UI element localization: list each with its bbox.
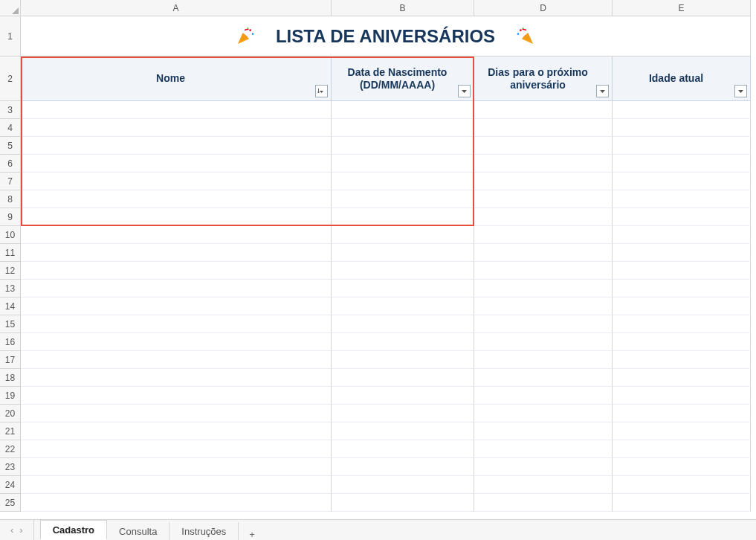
- cell[interactable]: [613, 387, 751, 405]
- row-header-15[interactable]: 15: [0, 315, 21, 333]
- cell[interactable]: [21, 315, 332, 333]
- cell[interactable]: [613, 137, 751, 155]
- row-header-21[interactable]: 21: [0, 422, 21, 440]
- sheet-tab-consulta[interactable]: Consulta: [107, 522, 169, 540]
- cell[interactable]: [474, 119, 613, 137]
- filter-button-dias[interactable]: [596, 85, 609, 97]
- cell[interactable]: [613, 369, 751, 387]
- cell[interactable]: [21, 119, 332, 137]
- cell[interactable]: [474, 333, 613, 351]
- tab-nav-prev[interactable]: ‹: [10, 524, 13, 536]
- row-header-11[interactable]: 11: [0, 244, 21, 262]
- cell[interactable]: [332, 440, 474, 458]
- column-header-data-nascimento[interactable]: Data de Nascimento (DD/MM/AAAA): [332, 57, 474, 101]
- sheet-tab-instrucoes[interactable]: Instruções: [169, 522, 239, 540]
- cell[interactable]: [21, 190, 332, 208]
- cell[interactable]: [613, 405, 751, 422]
- col-header-D[interactable]: D: [474, 0, 613, 16]
- cell[interactable]: [332, 137, 474, 155]
- tab-nav-next[interactable]: ›: [19, 524, 22, 536]
- cell[interactable]: [21, 155, 332, 173]
- cell[interactable]: [474, 173, 613, 190]
- cell[interactable]: [21, 422, 332, 440]
- cell[interactable]: [332, 405, 474, 422]
- cell[interactable]: [474, 262, 613, 280]
- cell[interactable]: [613, 298, 751, 315]
- cell[interactable]: [332, 369, 474, 387]
- cell[interactable]: [474, 458, 613, 476]
- cell[interactable]: [21, 101, 332, 119]
- row-header-7[interactable]: 7: [0, 173, 21, 190]
- cell[interactable]: [332, 173, 474, 190]
- column-header-idade-atual[interactable]: Idade atual: [613, 57, 751, 101]
- cell[interactable]: [332, 351, 474, 369]
- cell[interactable]: [332, 244, 474, 262]
- cell[interactable]: [332, 155, 474, 173]
- cell[interactable]: [474, 137, 613, 155]
- cell[interactable]: [613, 315, 751, 333]
- cell[interactable]: [474, 190, 613, 208]
- cell[interactable]: [613, 262, 751, 280]
- row-header-17[interactable]: 17: [0, 351, 21, 369]
- cell[interactable]: [474, 208, 613, 226]
- col-header-B[interactable]: B: [332, 0, 474, 16]
- cell[interactable]: [21, 405, 332, 422]
- cell[interactable]: [21, 494, 332, 512]
- row-header-23[interactable]: 23: [0, 458, 21, 476]
- row-header-2[interactable]: 2: [0, 57, 21, 101]
- cell[interactable]: [332, 262, 474, 280]
- cell[interactable]: [332, 101, 474, 119]
- cell[interactable]: [21, 476, 332, 494]
- row-header-3[interactable]: 3: [0, 101, 21, 119]
- cell[interactable]: [613, 155, 751, 173]
- row-header-6[interactable]: 6: [0, 155, 21, 173]
- cell[interactable]: [21, 262, 332, 280]
- row-header-25[interactable]: 25: [0, 494, 21, 512]
- add-sheet-button[interactable]: +: [239, 529, 265, 540]
- sheet-tab-cadastro[interactable]: Cadastro: [40, 520, 107, 540]
- cell[interactable]: [613, 280, 751, 298]
- cell[interactable]: [21, 208, 332, 226]
- cell[interactable]: [613, 208, 751, 226]
- cell[interactable]: [613, 422, 751, 440]
- cell[interactable]: [613, 173, 751, 190]
- filter-button-idade[interactable]: [734, 85, 747, 97]
- cell[interactable]: [21, 244, 332, 262]
- cell[interactable]: [474, 226, 613, 244]
- row-header-8[interactable]: 8: [0, 190, 21, 208]
- cell[interactable]: [474, 244, 613, 262]
- cell[interactable]: [21, 137, 332, 155]
- cell[interactable]: [21, 173, 332, 190]
- cell[interactable]: [474, 476, 613, 494]
- col-header-E[interactable]: E: [613, 0, 751, 16]
- col-header-A[interactable]: A: [21, 0, 332, 16]
- cell[interactable]: [332, 476, 474, 494]
- column-header-nome[interactable]: Nome: [21, 57, 332, 101]
- cell[interactable]: [474, 422, 613, 440]
- cell[interactable]: [332, 333, 474, 351]
- cell[interactable]: [613, 351, 751, 369]
- cell[interactable]: [474, 298, 613, 315]
- cell[interactable]: [332, 422, 474, 440]
- cell[interactable]: [613, 476, 751, 494]
- cell[interactable]: [474, 405, 613, 422]
- row-header-5[interactable]: 5: [0, 137, 21, 155]
- filter-button-nome[interactable]: [315, 85, 328, 97]
- cell[interactable]: [21, 351, 332, 369]
- cell[interactable]: [613, 244, 751, 262]
- cell[interactable]: [474, 155, 613, 173]
- cell[interactable]: [332, 298, 474, 315]
- cell[interactable]: [613, 190, 751, 208]
- cell[interactable]: [21, 280, 332, 298]
- row-header-1[interactable]: 1: [0, 16, 21, 57]
- cell[interactable]: [613, 494, 751, 512]
- cell[interactable]: [613, 101, 751, 119]
- row-header-22[interactable]: 22: [0, 440, 21, 458]
- row-header-16[interactable]: 16: [0, 333, 21, 351]
- cell[interactable]: [332, 226, 474, 244]
- cell[interactable]: [474, 101, 613, 119]
- column-header-dias-proximo[interactable]: Dias para o próximo aniversário: [474, 57, 613, 101]
- row-header-13[interactable]: 13: [0, 280, 21, 298]
- row-header-10[interactable]: 10: [0, 226, 21, 244]
- cell[interactable]: [21, 387, 332, 405]
